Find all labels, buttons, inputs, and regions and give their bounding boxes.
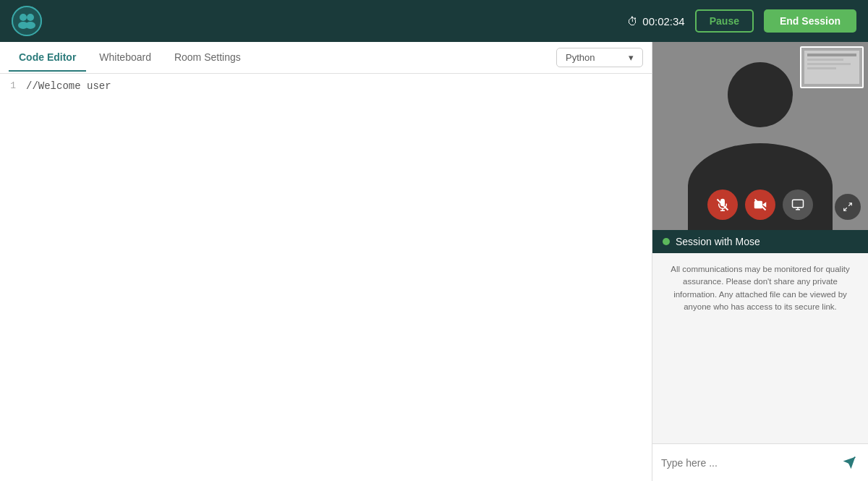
chat-disclaimer: All communications may be monitored for … [663, 263, 858, 313]
svg-rect-16 [793, 200, 804, 208]
video-area [652, 42, 868, 230]
end-session-button[interactable]: End Session [764, 9, 856, 33]
svg-marker-22 [843, 456, 856, 469]
timer-value: 00:02:34 [642, 15, 684, 27]
line-number-1: 1 [0, 80, 26, 91]
chevron-down-icon: ▾ [629, 52, 634, 63]
pause-button[interactable]: Pause [695, 9, 754, 33]
header-left [12, 6, 42, 36]
language-selector-container: Python ▾ [556, 48, 643, 67]
tab-whiteboard[interactable]: Whiteboard [89, 44, 161, 72]
main-layout: Code Editor Whiteboard Room Settings Pyt… [0, 42, 868, 481]
tab-room-settings[interactable]: Room Settings [164, 44, 251, 72]
session-timer: ⏱ 00:02:34 [627, 15, 684, 27]
camera-button[interactable] [745, 190, 775, 220]
mute-button[interactable] [707, 190, 738, 220]
svg-rect-8 [807, 59, 843, 61]
code-line-1: 1 //Welcome user [0, 80, 652, 93]
screenshare-button[interactable] [783, 190, 813, 220]
pip-content [801, 48, 862, 87]
expand-video-button[interactable] [835, 194, 861, 220]
svg-rect-9 [807, 63, 851, 65]
video-controls [707, 190, 813, 220]
chat-input[interactable] [661, 457, 839, 469]
svg-point-0 [12, 7, 41, 35]
selected-language: Python [566, 52, 595, 63]
session-header: Session with Mose [652, 230, 868, 253]
line-content-1: //Welcome user [26, 80, 111, 92]
code-editor-area[interactable]: 1 //Welcome user [0, 74, 652, 481]
svg-point-4 [25, 22, 35, 29]
svg-point-3 [27, 14, 34, 21]
svg-line-19 [848, 203, 851, 206]
language-dropdown[interactable]: Python ▾ [556, 48, 643, 67]
right-panel: Session with Mose All communications may… [652, 42, 868, 481]
app-header: ⏱ 00:02:34 Pause End Session [0, 0, 868, 42]
svg-point-1 [20, 14, 27, 21]
svg-line-20 [844, 208, 847, 210]
pip-thumbnail [800, 46, 864, 88]
avatar-head [728, 62, 793, 127]
left-panel: Code Editor Whiteboard Room Settings Pyt… [0, 42, 652, 481]
svg-rect-15 [754, 201, 762, 209]
send-message-button[interactable] [839, 453, 859, 473]
tab-code-editor[interactable]: Code Editor [9, 44, 86, 72]
tabs-bar: Code Editor Whiteboard Room Settings Pyt… [0, 42, 652, 74]
header-right: ⏱ 00:02:34 Pause End Session [627, 9, 856, 33]
timer-icon: ⏱ [627, 15, 638, 27]
session-title: Session with Mose [676, 236, 760, 247]
chat-messages-area: All communications may be monitored for … [652, 253, 868, 443]
svg-rect-7 [807, 54, 856, 56]
svg-rect-10 [807, 67, 836, 69]
app-logo [12, 6, 42, 36]
chat-input-row [652, 443, 868, 481]
online-status-dot [663, 238, 670, 245]
